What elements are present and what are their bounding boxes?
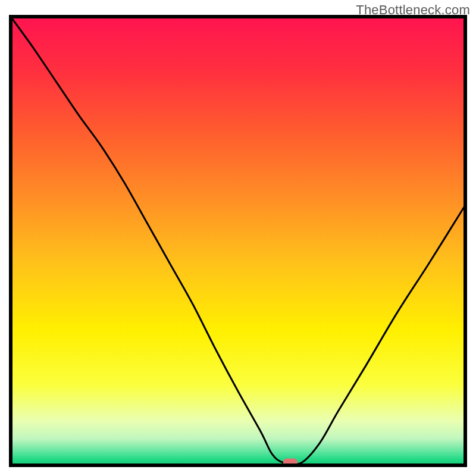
bottleneck-chart [0,0,476,476]
chart-container: TheBottleneck.com [0,0,476,476]
watermark-text: TheBottleneck.com [356,2,470,18]
plot-background [11,17,465,465]
